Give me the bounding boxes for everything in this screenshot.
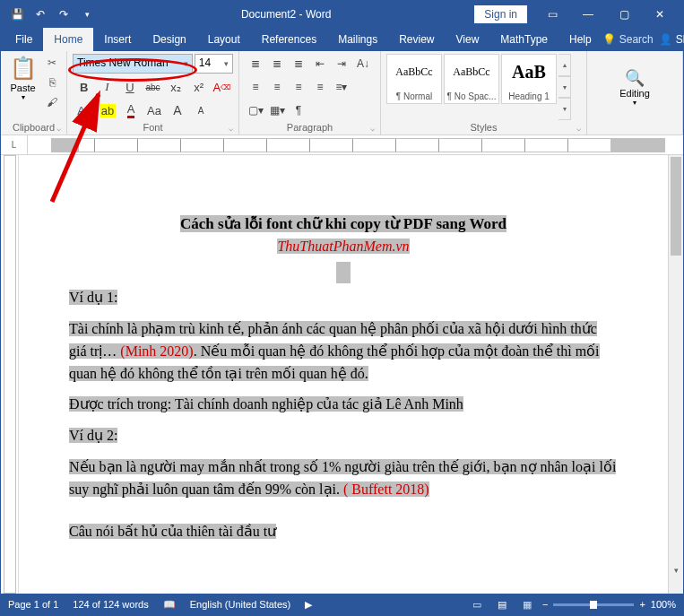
undo-icon[interactable]: ↶: [30, 4, 51, 25]
ruler-corner: L: [1, 135, 28, 154]
align-left-button[interactable]: ≡: [245, 77, 266, 97]
strikethrough-button[interactable]: abc: [142, 77, 165, 97]
cut-icon[interactable]: ✂: [43, 54, 61, 72]
save-icon[interactable]: 💾: [6, 4, 28, 25]
scrollbar-thumb[interactable]: [671, 157, 681, 256]
style-nospacing[interactable]: AaBbCc ¶ No Spac...: [444, 54, 499, 104]
paragraph-text[interactable]: Được trích trong: Tài chính doanh nghiệp…: [69, 396, 463, 412]
subscript-button[interactable]: x₂: [164, 77, 187, 97]
font-size-combo[interactable]: 14: [195, 54, 233, 74]
macro-icon[interactable]: ▶: [305, 599, 312, 611]
styles-more-icon[interactable]: ▾: [558, 98, 571, 120]
signin-button[interactable]: Sign in: [474, 5, 527, 23]
font-group-label: Font: [73, 120, 233, 134]
zoom-in-button[interactable]: +: [639, 599, 645, 610]
shrink-font-button[interactable]: A: [189, 100, 212, 120]
minimize-icon[interactable]: —: [570, 2, 606, 27]
page-indicator[interactable]: Page 1 of 1: [8, 599, 58, 610]
decrease-indent-button[interactable]: ⇤: [309, 54, 331, 74]
underline-button[interactable]: U: [118, 77, 142, 97]
lightbulb-icon: 💡: [602, 33, 616, 46]
word-count[interactable]: 124 of 124 words: [73, 599, 148, 610]
align-center-button[interactable]: ≡: [266, 77, 288, 97]
paragraph-text[interactable]: Câu nói bất hủ của thiên tài đầu tư: [69, 524, 276, 539]
zoom-level[interactable]: 100%: [651, 599, 676, 610]
numbering-button[interactable]: ≣: [266, 54, 288, 74]
horizontal-ruler[interactable]: L: [1, 135, 683, 155]
share-icon: 👤: [659, 33, 672, 46]
language-indicator[interactable]: English (United States): [190, 599, 291, 610]
clipboard-icon: 📋: [10, 54, 37, 82]
doc-title[interactable]: Cách sửa lỗi font chữ khi copy từ PDF sa…: [180, 215, 507, 232]
citation[interactable]: (Minh 2020): [120, 343, 193, 359]
clipboard-group-label: Clipboard: [6, 120, 61, 134]
shading-button[interactable]: ▢▾: [245, 100, 266, 120]
highlight-button[interactable]: ab: [96, 100, 119, 120]
text-effects-button[interactable]: A▾: [73, 100, 96, 120]
grow-font-button[interactable]: A: [166, 100, 189, 120]
tab-help[interactable]: Help: [558, 28, 602, 51]
tab-references[interactable]: References: [251, 28, 327, 51]
tab-layout[interactable]: Layout: [197, 28, 251, 51]
redo-icon[interactable]: ↷: [53, 4, 74, 25]
tab-home[interactable]: Home: [43, 28, 93, 51]
citation[interactable]: ( Buffett 2018): [343, 482, 429, 497]
align-right-button[interactable]: ≡: [288, 77, 309, 97]
vertical-scrollbar[interactable]: ▾: [668, 155, 683, 594]
print-layout-icon[interactable]: ▤: [492, 596, 512, 612]
borders-button[interactable]: ▦▾: [266, 100, 288, 120]
editing-button[interactable]: 🔍 Editing ▾: [593, 54, 677, 120]
clear-format-button[interactable]: A⌫: [210, 77, 233, 97]
tab-mathtype[interactable]: MathType: [489, 28, 558, 51]
sort-button[interactable]: A↓: [352, 54, 374, 74]
tab-mailings[interactable]: Mailings: [327, 28, 388, 51]
close-icon[interactable]: ✕: [642, 2, 678, 27]
share-button[interactable]: 👤 Share: [659, 33, 684, 46]
tab-file[interactable]: File: [4, 28, 43, 51]
italic-button[interactable]: I: [96, 77, 119, 97]
tab-review[interactable]: Review: [388, 28, 445, 51]
paste-button[interactable]: 📋 Paste ▾: [6, 54, 39, 120]
copy-icon[interactable]: ⎘: [43, 74, 61, 91]
styles-down-icon[interactable]: ▾: [558, 76, 571, 99]
tab-insert[interactable]: Insert: [93, 28, 142, 51]
bullets-button[interactable]: ≣: [245, 54, 266, 74]
font-color-button[interactable]: A: [119, 100, 143, 120]
show-marks-button[interactable]: ¶: [288, 100, 309, 120]
example1-label[interactable]: Ví dụ 1:: [69, 290, 117, 305]
qat-customize-icon[interactable]: ▾: [76, 4, 98, 25]
maximize-icon[interactable]: ▢: [606, 2, 642, 27]
zoom-out-button[interactable]: −: [542, 599, 548, 610]
styles-up-icon[interactable]: ▴: [558, 54, 571, 76]
ribbon-tabs: File Home Insert Design Layout Reference…: [1, 28, 683, 51]
style-preview: AaBbCc: [453, 55, 489, 90]
vertical-ruler[interactable]: [1, 155, 19, 594]
superscript-button[interactable]: x²: [187, 77, 211, 97]
bold-button[interactable]: B: [73, 77, 96, 97]
scroll-down-icon[interactable]: ▾: [669, 563, 683, 577]
tell-me-search[interactable]: 💡 Search: [602, 33, 654, 46]
line-spacing-button[interactable]: ≡▾: [331, 77, 352, 97]
multilevel-button[interactable]: ≣: [288, 54, 309, 74]
zoom-slider[interactable]: [553, 603, 634, 606]
change-case-button[interactable]: Aa: [143, 100, 166, 120]
ribbon: 📋 Paste ▾ ✂ ⎘ 🖌 Clipboard Times New Roma…: [1, 51, 683, 135]
tab-design[interactable]: Design: [142, 28, 196, 51]
titlebar: 💾 ↶ ↷ ▾ Document2 - Word Sign in ▭ — ▢ ✕: [1, 1, 683, 28]
font-name-combo[interactable]: Times New Roman: [73, 54, 193, 74]
style-normal[interactable]: AaBbCc ¶ Normal: [386, 54, 442, 104]
doc-subtitle[interactable]: ThuThuatPhanMem.vn: [277, 239, 409, 254]
read-mode-icon[interactable]: ▭: [467, 596, 487, 612]
style-heading1[interactable]: AaB Heading 1: [501, 54, 557, 104]
tab-view[interactable]: View: [446, 28, 490, 51]
example2-label[interactable]: Ví dụ 2:: [69, 428, 117, 443]
spellcheck-icon[interactable]: 📖: [163, 599, 176, 611]
style-label: ¶ Normal: [396, 90, 432, 103]
web-layout-icon[interactable]: ▦: [517, 596, 537, 612]
increase-indent-button[interactable]: ⇥: [331, 54, 352, 74]
document-area[interactable]: Cách sửa lỗi font chữ khi copy từ PDF sa…: [19, 155, 668, 594]
ribbon-options-icon[interactable]: ▭: [534, 2, 570, 27]
format-painter-icon[interactable]: 🖌: [43, 93, 61, 111]
justify-button[interactable]: ≡: [309, 77, 331, 97]
share-label: Share: [676, 33, 684, 46]
